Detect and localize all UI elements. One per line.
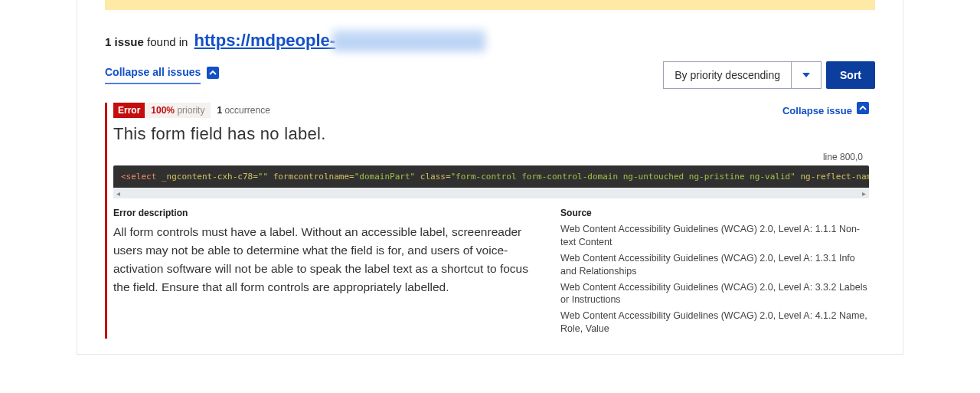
line-number: line 800,0 <box>113 152 863 162</box>
badge-priority: 100% priority <box>145 103 211 118</box>
source-section: Source Web Content Accessibility Guideli… <box>560 208 869 339</box>
scanned-url-link[interactable]: https://mdpeople- <box>191 31 336 50</box>
issue-title: This form field has no label. <box>113 124 869 144</box>
priority-label: priority <box>177 105 204 116</box>
summary-row: 1 issue found in https://mdpeople- <box>105 27 875 51</box>
top-highlight-bar <box>105 0 875 10</box>
collapse-all-toggle-icon[interactable] <box>207 67 219 79</box>
collapse-issue-link[interactable]: Collapse issue <box>782 104 869 116</box>
source-item: Web Content Accessibility Guidelines (WC… <box>560 281 869 307</box>
scroll-left-icon[interactable]: ◂ <box>116 189 120 198</box>
found-in-label: found in <box>147 35 188 48</box>
controls-row: Collapse all issues By priority descendi… <box>105 61 875 89</box>
sort-group: By priority descending Sort <box>663 61 875 89</box>
sort-dropdown-arrow[interactable] <box>791 61 822 89</box>
badge-error: Error <box>113 103 145 118</box>
collapse-issue-icon <box>857 102 869 114</box>
code-scrollbar[interactable]: ◂ ▸ <box>113 188 869 198</box>
issue-badges: Error 100% priority 1 occurrence <box>113 103 270 118</box>
error-description-heading: Error description <box>113 208 545 218</box>
source-item: Web Content Accessibility Guidelines (WC… <box>560 309 869 336</box>
url-redacted <box>332 30 485 51</box>
source-item: Web Content Accessibility Guidelines (WC… <box>560 223 869 249</box>
detail-sections: Error description All form controls must… <box>113 208 869 339</box>
error-description-text: All form controls must have a label. Wit… <box>113 223 545 296</box>
scroll-right-icon[interactable]: ▸ <box>862 189 866 198</box>
collapse-all-link[interactable]: Collapse all issues <box>105 66 201 84</box>
issue-header: Error 100% priority 1 occurrence Collaps… <box>113 103 869 118</box>
issue-count: 1 issue <box>105 35 144 48</box>
source-item: Web Content Accessibility Guidelines (WC… <box>560 252 869 278</box>
sort-select[interactable]: By priority descending <box>663 61 791 89</box>
error-description-section: Error description All form controls must… <box>113 208 545 339</box>
report-panel: 1 issue found in https://mdpeople- Colla… <box>77 0 903 355</box>
priority-value: 100% <box>151 105 175 116</box>
sort-button[interactable]: Sort <box>826 61 875 89</box>
occurrence-count: 1 occurrence <box>217 105 270 116</box>
code-snippet: <select _ngcontent-cxh-c78="" formcontro… <box>113 165 869 188</box>
sort-selected-value: By priority descending <box>675 69 780 81</box>
collapse-all-group: Collapse all issues <box>105 66 219 84</box>
collapse-issue-label: Collapse issue <box>782 105 852 116</box>
issue-card: Error 100% priority 1 occurrence Collaps… <box>105 103 869 339</box>
source-heading: Source <box>560 208 869 218</box>
